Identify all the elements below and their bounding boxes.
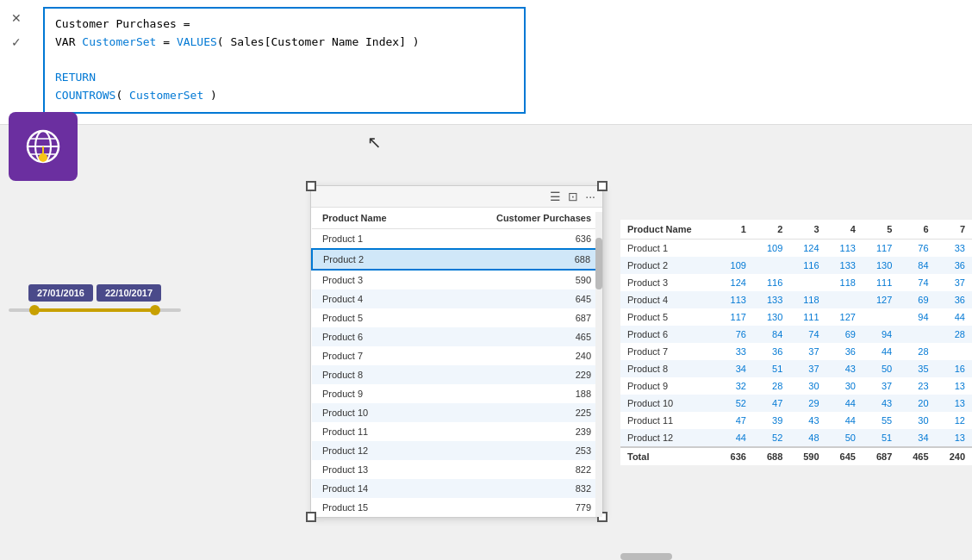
confirm-button[interactable]: ✓	[7, 33, 26, 52]
matrix-col-3: 3	[789, 220, 826, 240]
table-toolbar: ☰ ⊡ ···	[311, 186, 602, 208]
matrix-col-7: 7	[936, 220, 972, 240]
matrix-row: Product 7333637364428	[620, 343, 972, 360]
matrix-row: Product 51171301111279444	[620, 308, 972, 326]
matrix-table-container: Product Name1234567 Product 110912411311…	[620, 220, 972, 465]
formula-icons: ✕ ✓	[7, 9, 26, 52]
more-icon[interactable]: ···	[585, 190, 595, 203]
vertical-scrollbar[interactable]	[595, 212, 602, 517]
matrix-scrollbar-thumb[interactable]	[620, 553, 672, 560]
date-range-widget: 27/01/2016 22/10/2017	[9, 284, 181, 312]
matrix-col-2: 2	[753, 220, 789, 240]
matrix-col-4: 4	[826, 220, 863, 240]
date-slider[interactable]	[9, 308, 181, 312]
svg-point-5	[39, 153, 47, 162]
matrix-table: Product Name1234567 Product 110912411311…	[620, 220, 972, 465]
date-pills: 27/01/2016 22/10/2017	[28, 284, 161, 302]
matrix-horizontal-scrollbar[interactable]	[620, 553, 972, 560]
matrix-total-label: Total	[620, 447, 717, 465]
table-row[interactable]: Product 8229	[312, 365, 601, 384]
table-row[interactable]: Product 1636	[312, 229, 601, 250]
matrix-row: Product 21091161331308436	[620, 257, 972, 274]
resize-handle-tl[interactable]	[306, 181, 316, 191]
hamburger-icon[interactable]: ☰	[550, 190, 561, 203]
table-row[interactable]: Product 10225	[312, 403, 601, 422]
table-row[interactable]: Product 2688	[312, 249, 601, 270]
date-end[interactable]: 22/10/2017	[97, 284, 161, 302]
cancel-button[interactable]: ✕	[7, 9, 26, 28]
matrix-col-6: 6	[899, 220, 935, 240]
table-row[interactable]: Product 14832	[312, 479, 601, 498]
table-row[interactable]: Product 5687	[312, 308, 601, 327]
matrix-row: Product 834513743503516	[620, 360, 972, 377]
product-table-container: ☰ ⊡ ··· Product Name Customer Purchases …	[310, 185, 603, 518]
matrix-col-5: 5	[863, 220, 899, 240]
formula-countrows: COUNTROWS( CustomerSet )	[55, 87, 514, 105]
formula-title: Customer Purchases =	[55, 16, 514, 34]
formula-editor[interactable]: Customer Purchases = VAR CustomerSet = V…	[43, 7, 526, 114]
resize-handle-tr[interactable]	[597, 181, 608, 191]
matrix-col-0: Product Name	[620, 220, 717, 240]
scrollbar-thumb[interactable]	[595, 238, 602, 289]
matrix-row: Product 1244524850513413	[620, 429, 972, 447]
table-row[interactable]: Product 3590	[312, 270, 601, 289]
matrix-row: Product 6768474699428	[620, 326, 972, 343]
matrix-row: Product 11091241131177633	[620, 240, 972, 258]
col-customer-purchases: Customer Purchases	[434, 208, 601, 229]
table-row[interactable]: Product 9188	[312, 384, 601, 403]
col-product-name: Product Name	[312, 208, 434, 229]
table-row[interactable]: Product 12253	[312, 441, 601, 460]
slider-handle-left[interactable]	[29, 305, 40, 315]
matrix-row: Product 41131331181276936	[620, 291, 972, 308]
matrix-row: Product 932283030372313	[620, 377, 972, 395]
table-row[interactable]: Product 4645	[312, 289, 601, 308]
formula-line1: VAR CustomerSet = VALUES( Sales[Customer…	[55, 34, 514, 52]
table-row[interactable]: Product 13822	[312, 460, 601, 479]
expand-icon[interactable]: ⊡	[568, 190, 578, 203]
formula-return: RETURN	[55, 69, 514, 87]
product-table: Product Name Customer Purchases Product …	[311, 208, 602, 517]
table-row[interactable]: Product 7240	[312, 346, 601, 365]
matrix-col-1: 1	[717, 220, 753, 240]
table-row[interactable]: Product 6465	[312, 327, 601, 346]
date-start[interactable]: 27/01/2016	[28, 284, 93, 302]
matrix-row: Product 1147394344553012	[620, 412, 972, 429]
matrix-row: Product 31241161181117437	[620, 274, 972, 291]
table-row[interactable]: Product 11239	[312, 422, 601, 441]
slider-handle-right[interactable]	[150, 305, 160, 315]
globe-icon	[9, 112, 78, 181]
resize-handle-bl[interactable]	[306, 512, 316, 522]
mouse-cursor: ↖	[367, 132, 382, 152]
matrix-row: Product 1052472944432013	[620, 395, 972, 412]
formula-area: ✕ ✓ Customer Purchases = VAR CustomerSet…	[0, 0, 972, 125]
table-row[interactable]: Product 15779	[312, 498, 601, 517]
